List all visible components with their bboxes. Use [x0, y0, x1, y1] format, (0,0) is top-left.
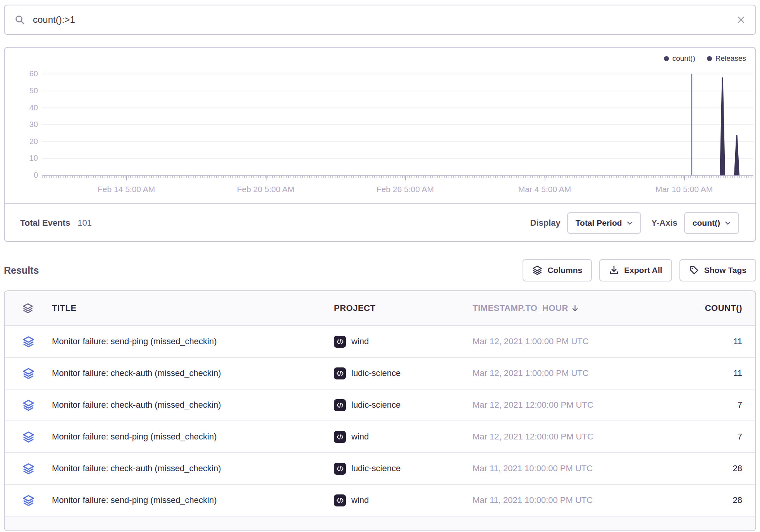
- stack-icon: [22, 463, 34, 475]
- columns-button[interactable]: Columns: [523, 259, 592, 281]
- show-tags-button-label: Show Tags: [704, 266, 746, 275]
- x-axis-labels: Feb 14 5:00 AMFeb 20 5:00 AMFeb 26 5:00 …: [42, 175, 753, 199]
- header-cell-timestamp-label: TIMESTAMP.TO_HOUR: [473, 303, 568, 313]
- row-expand-icon[interactable]: [5, 367, 42, 379]
- y-axis-tick-label: 10: [5, 154, 38, 163]
- code-icon: [337, 434, 344, 439]
- project-platform-badge: [334, 431, 346, 443]
- tag-icon: [689, 265, 699, 275]
- row-title[interactable]: Monitor failure: send-ping (missed_check…: [42, 336, 330, 347]
- y-axis-labels: 0102030405060: [5, 48, 38, 187]
- project-platform-badge: [334, 494, 346, 506]
- discover-page: count() Releases 0102030405060 Feb 14 5:…: [0, 0, 760, 532]
- sort-desc-icon: [572, 304, 578, 312]
- header-cell-count[interactable]: COUNT(): [647, 303, 755, 313]
- y-axis-tick-label: 40: [5, 103, 38, 112]
- table-row: Monitor failure: send-ping (missed_check…: [5, 421, 755, 453]
- stack-icon: [22, 367, 34, 379]
- x-axis-tick: [266, 176, 267, 180]
- project-name: ludic-science: [351, 463, 401, 474]
- row-count: 11: [647, 368, 755, 378]
- row-title[interactable]: Monitor failure: check-auth (missed_chec…: [42, 400, 330, 410]
- table-row: Monitor failure: send-ping (missed_check…: [5, 326, 755, 358]
- export-all-button[interactable]: Export All: [599, 259, 672, 281]
- results-actions: Columns Export All Show Tags: [523, 259, 756, 281]
- download-icon: [609, 265, 619, 275]
- stack-icon: [532, 265, 542, 275]
- row-timestamp: Mar 11, 2021 10:00:00 PM UTC: [469, 495, 647, 505]
- row-title[interactable]: Monitor failure: check-auth (missed_chec…: [42, 463, 330, 474]
- x-axis-tick: [126, 176, 127, 180]
- row-timestamp: Mar 12, 2021 1:00:00 PM UTC: [469, 336, 647, 347]
- project-name: ludic-science: [351, 368, 401, 378]
- columns-button-label: Columns: [547, 266, 582, 275]
- y-axis-tick-label: 20: [5, 137, 38, 146]
- project-name: ludic-science: [351, 400, 401, 410]
- row-title[interactable]: Monitor failure: check-auth (missed_chec…: [42, 368, 330, 378]
- row-count: 7: [647, 400, 755, 410]
- results-header: Results Columns Export All: [4, 259, 756, 282]
- row-title[interactable]: Monitor failure: send-ping (missed_check…: [42, 432, 330, 442]
- stack-icon: [22, 494, 34, 506]
- row-timestamp: Mar 12, 2021 12:00:00 PM UTC: [469, 400, 647, 410]
- header-cell-timestamp[interactable]: TIMESTAMP.TO_HOUR: [469, 303, 647, 313]
- chart-svg: [42, 59, 753, 175]
- code-icon: [337, 403, 344, 408]
- total-events-value: 101: [77, 218, 92, 228]
- header-stack-icon[interactable]: [5, 303, 42, 314]
- x-axis-tick-label: Feb 20 5:00 AM: [237, 185, 294, 194]
- export-all-button-label: Export All: [624, 266, 662, 275]
- row-expand-icon[interactable]: [5, 336, 42, 348]
- code-icon: [337, 498, 344, 503]
- y-axis-tick-label: 60: [5, 69, 38, 78]
- x-axis-tick: [545, 176, 545, 180]
- table-row: Monitor failure: check-auth (missed_chec…: [5, 453, 755, 485]
- yaxis-label: Y-Axis: [652, 218, 677, 228]
- y-axis-tick-label: 50: [5, 86, 38, 95]
- chart-panel: count() Releases 0102030405060 Feb 14 5:…: [4, 47, 756, 242]
- project-platform-badge: [334, 463, 346, 475]
- y-axis-tick-label: 0: [5, 171, 38, 180]
- code-icon: [337, 339, 344, 344]
- table-footer: [5, 517, 755, 530]
- row-expand-icon[interactable]: [5, 399, 42, 411]
- yaxis-dropdown-value: count(): [693, 218, 720, 228]
- project-name: wind: [351, 336, 369, 347]
- table-row: Monitor failure: check-auth (missed_chec…: [5, 390, 755, 421]
- row-count: 28: [647, 495, 755, 505]
- row-project: wind: [330, 494, 469, 506]
- project-platform-badge: [334, 399, 346, 411]
- results-heading: Results: [4, 265, 39, 276]
- search-input[interactable]: [33, 14, 737, 25]
- table-body: Monitor failure: send-ping (missed_check…: [5, 326, 755, 517]
- header-cell-title[interactable]: TITLE: [42, 303, 330, 313]
- row-title[interactable]: Monitor failure: send-ping (missed_check…: [42, 495, 330, 505]
- chevron-down-icon: [725, 221, 731, 225]
- row-count: 11: [647, 336, 755, 347]
- display-dropdown[interactable]: Total Period: [567, 212, 641, 234]
- code-icon: [337, 466, 344, 471]
- row-project: ludic-science: [330, 463, 469, 475]
- row-timestamp: Mar 12, 2021 12:00:00 PM UTC: [469, 432, 647, 442]
- row-expand-icon[interactable]: [5, 494, 42, 506]
- x-axis-tick-label: Feb 14 5:00 AM: [98, 185, 155, 194]
- row-expand-icon[interactable]: [5, 463, 42, 475]
- show-tags-button[interactable]: Show Tags: [679, 259, 756, 281]
- chevron-down-icon: [627, 221, 633, 225]
- search-bar: [4, 5, 756, 35]
- y-axis-tick-label: 30: [5, 120, 38, 129]
- chart-plot[interactable]: [42, 59, 753, 175]
- row-expand-icon[interactable]: [5, 431, 42, 443]
- row-count: 28: [647, 463, 755, 474]
- chart-summary: Total Events 101 Display Total Period Y-…: [5, 203, 755, 242]
- clear-search-icon[interactable]: [737, 15, 745, 24]
- project-name: wind: [351, 432, 369, 442]
- stack-icon: [22, 431, 34, 443]
- row-timestamp: Mar 12, 2021 1:00:00 PM UTC: [469, 368, 647, 378]
- yaxis-dropdown[interactable]: count(): [684, 212, 739, 234]
- table-row: Monitor failure: send-ping (missed_check…: [5, 485, 755, 517]
- row-project: ludic-science: [330, 399, 469, 411]
- header-cell-project[interactable]: PROJECT: [330, 303, 469, 313]
- code-icon: [337, 371, 344, 376]
- table-header: TITLE PROJECT TIMESTAMP.TO_HOUR COUNT(): [5, 291, 755, 326]
